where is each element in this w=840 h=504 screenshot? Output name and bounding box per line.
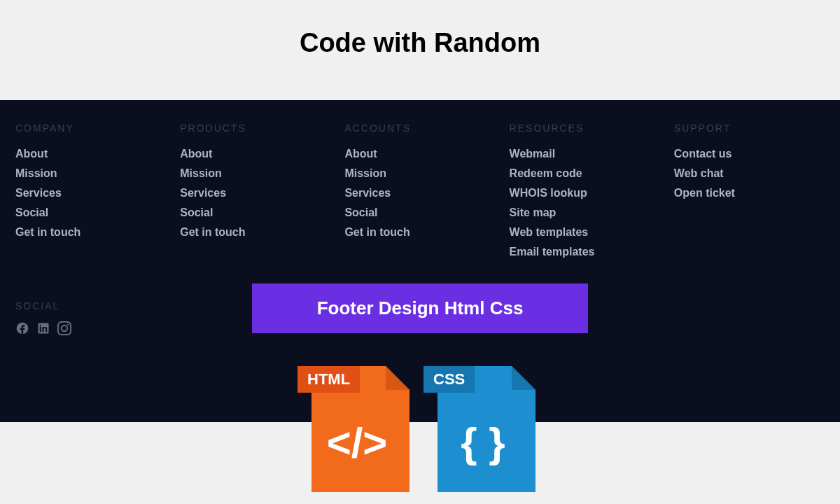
css-symbol: { }	[430, 419, 536, 467]
page-title: Code with Random	[0, 28, 840, 58]
footer-link[interactable]: Mission	[344, 167, 386, 179]
footer-link[interactable]: Get in touch	[15, 226, 80, 238]
footer-link[interactable]: WHOIS lookup	[510, 187, 587, 199]
footer: COMPANY About Mission Services Social Ge…	[0, 100, 840, 422]
footer-link[interactable]: Get in touch	[180, 226, 245, 238]
footer-link[interactable]: Webmail	[510, 148, 556, 160]
column-support: SUPPORT Contact us Web chat Open ticket	[674, 122, 825, 265]
footer-link[interactable]: About	[344, 148, 377, 160]
column-heading: RESOURCES	[510, 122, 660, 134]
column-products: PRODUCTS About Mission Services Social G…	[180, 122, 330, 265]
footer-link[interactable]: Web chat	[674, 167, 724, 179]
footer-link[interactable]: Redeem code	[510, 167, 582, 179]
footer-link[interactable]: Services	[180, 187, 226, 199]
html-symbol: </>	[304, 419, 410, 467]
footer-link[interactable]: Social	[15, 206, 48, 218]
footer-link[interactable]: Open ticket	[674, 187, 735, 199]
column-heading: SUPPORT	[674, 122, 825, 134]
facebook-icon[interactable]	[15, 321, 29, 338]
footer-link[interactable]: Email templates	[510, 246, 595, 258]
footer-link[interactable]: Services	[344, 187, 391, 199]
footer-link[interactable]: Mission	[180, 167, 222, 179]
header: Code with Random	[0, 0, 840, 100]
footer-link[interactable]: Mission	[15, 167, 57, 179]
footer-link[interactable]: Contact us	[674, 148, 732, 160]
css-file-icon: CSS { }	[430, 359, 536, 492]
column-heading: PRODUCTS	[180, 122, 330, 134]
footer-link[interactable]: Social	[344, 206, 377, 218]
linkedin-icon[interactable]	[36, 321, 50, 338]
column-heading: ACCOUNTS	[344, 122, 495, 134]
instagram-icon[interactable]	[57, 321, 71, 338]
html-label: HTML	[298, 366, 360, 393]
file-icons: HTML </> CSS { }	[304, 359, 536, 492]
column-heading: COMPANY	[15, 122, 166, 134]
html-file-icon: HTML </>	[304, 359, 410, 492]
banner-text: Footer Design Html Css	[317, 298, 524, 318]
banner: Footer Design Html Css	[252, 284, 588, 333]
footer-link[interactable]: Services	[15, 187, 62, 199]
column-company: COMPANY About Mission Services Social Ge…	[15, 122, 166, 265]
column-accounts: ACCOUNTS About Mission Services Social G…	[344, 122, 495, 265]
footer-link[interactable]: Site map	[510, 206, 556, 218]
footer-link[interactable]: About	[15, 148, 48, 160]
footer-link[interactable]: Social	[180, 206, 213, 218]
footer-link[interactable]: Get in touch	[344, 226, 410, 238]
footer-columns: COMPANY About Mission Services Social Ge…	[15, 122, 825, 265]
column-resources: RESOURCES Webmail Redeem code WHOIS look…	[510, 122, 660, 265]
footer-link[interactable]: Web templates	[510, 226, 589, 238]
css-label: CSS	[424, 366, 475, 393]
footer-link[interactable]: About	[180, 148, 212, 160]
